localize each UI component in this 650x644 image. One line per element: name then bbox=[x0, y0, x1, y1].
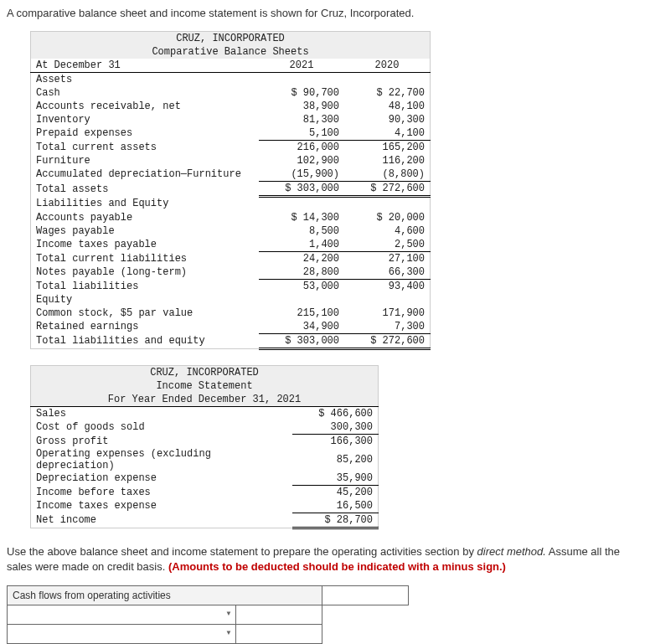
table-row: Income taxes payable bbox=[31, 238, 260, 252]
bs-col1: 2021 bbox=[259, 59, 344, 73]
table-row: Total assets bbox=[31, 182, 260, 197]
balance-sheet-table: CRUZ, INCORPORATED Comparative Balance S… bbox=[30, 31, 431, 350]
answer-row-dropdown[interactable] bbox=[8, 625, 236, 644]
is-title: Income Statement bbox=[31, 379, 379, 393]
table-row: Total liabilities bbox=[31, 280, 260, 294]
instr-em: direct method. bbox=[477, 545, 546, 558]
liab-header: Liabilities and Equity bbox=[31, 197, 260, 212]
table-row: Cash bbox=[31, 86, 260, 100]
bs-company: CRUZ, INCORPORATED bbox=[31, 32, 431, 46]
bs-col2: 2020 bbox=[344, 59, 431, 73]
instr-part-a: Use the above balance sheet and income s… bbox=[7, 545, 477, 558]
answer-header: Cash flows from operating activities bbox=[8, 586, 322, 605]
table-row: Inventory bbox=[31, 113, 260, 126]
table-row: Furniture bbox=[31, 154, 260, 167]
table-row: Cost of goods sold bbox=[31, 420, 293, 435]
instructions-text: Use the above balance sheet and income s… bbox=[7, 544, 643, 574]
equity-header: Equity bbox=[31, 293, 260, 307]
table-row: Income before taxes bbox=[31, 486, 293, 500]
table-row: Total liabilities and equity bbox=[31, 334, 260, 349]
table-row: Operating expenses (excluding depreciati… bbox=[31, 448, 293, 471]
table-row: Total current liabilities bbox=[31, 252, 260, 266]
answer-total-cell[interactable] bbox=[322, 586, 409, 605]
instr-red: (Amounts to be deducted should be indica… bbox=[168, 560, 506, 573]
table-row: Wages payable bbox=[31, 224, 260, 238]
bs-title: Comparative Balance Sheets bbox=[31, 45, 431, 59]
table-row: Gross profit bbox=[31, 435, 293, 449]
income-statement-table: CRUZ, INCORPORATED Income Statement For … bbox=[30, 365, 379, 529]
table-row: Notes payable (long-term) bbox=[31, 265, 260, 280]
table-row: Common stock, $5 par value bbox=[31, 307, 260, 320]
answer-table: Cash flows from operating activities bbox=[7, 585, 409, 644]
answer-row-amount[interactable] bbox=[236, 625, 322, 644]
table-row: Sales bbox=[31, 407, 293, 421]
table-row: Total current assets bbox=[31, 141, 260, 155]
table-row: Accounts receivable, net bbox=[31, 100, 260, 113]
assets-header: Assets bbox=[31, 73, 260, 87]
is-company: CRUZ, INCORPORATED bbox=[31, 366, 379, 380]
bs-col-label: At December 31 bbox=[31, 59, 260, 73]
answer-row-amount[interactable] bbox=[236, 605, 322, 625]
table-row: Prepaid expenses bbox=[31, 126, 260, 141]
table-row: Net income bbox=[31, 513, 293, 528]
table-row: Accumulated depreciation—Furniture bbox=[31, 167, 260, 182]
table-row: Income taxes expense bbox=[31, 499, 293, 513]
table-row: Depreciation expense bbox=[31, 471, 293, 486]
answer-row-dropdown[interactable] bbox=[8, 605, 236, 625]
is-period: For Year Ended December 31, 2021 bbox=[31, 393, 379, 407]
table-row: Accounts payable bbox=[31, 211, 260, 224]
intro-text: A comparative balance sheet and income s… bbox=[7, 7, 643, 19]
table-row: Retained earnings bbox=[31, 320, 260, 334]
